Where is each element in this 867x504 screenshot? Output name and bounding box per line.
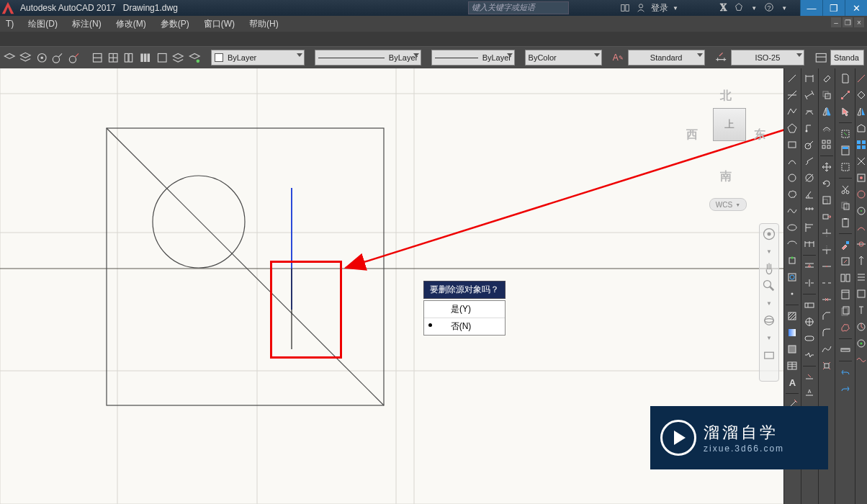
linetype-dropdown[interactable]: ByLayer (315, 50, 422, 66)
designcenter-icon[interactable] (838, 271, 853, 285)
mirror-tool-icon[interactable] (854, 104, 867, 119)
center-mark-icon[interactable] (802, 315, 817, 329)
lineweight-dropdown[interactable]: ByLayer (431, 50, 515, 66)
new-icon[interactable] (838, 71, 853, 86)
exchange-icon[interactable]: 𝕏 (720, 3, 727, 14)
sheetset-icon[interactable] (838, 304, 853, 318)
layer-dropdown[interactable]: ByLayer (211, 50, 305, 66)
tool-icon[interactable] (854, 187, 867, 202)
qselect-icon[interactable] (838, 127, 853, 141)
move-icon[interactable] (819, 160, 834, 174)
layer-tool-icon[interactable] (188, 50, 201, 65)
tool-icon[interactable] (854, 121, 867, 135)
inspect-icon[interactable] (802, 331, 817, 346)
tool-icon[interactable] (854, 204, 867, 218)
showmotion-icon[interactable] (762, 348, 776, 362)
dim-break-icon[interactable] (802, 276, 817, 290)
select-icon[interactable] (838, 104, 853, 119)
undo-icon[interactable] (838, 365, 853, 379)
menu-item[interactable]: 窗口(W) (204, 18, 235, 30)
make-block-icon[interactable] (785, 270, 799, 284)
layer-tool-icon[interactable] (171, 50, 184, 65)
erase-icon[interactable] (819, 71, 834, 86)
doc-restore-button[interactable]: ❐ (843, 17, 853, 27)
dim-tedit-icon[interactable]: A (802, 387, 817, 401)
dim-continue-icon[interactable] (802, 237, 817, 251)
textstyle-dropdown[interactable]: Standard (628, 50, 705, 66)
close-button[interactable]: ✕ (845, 0, 867, 16)
explode-icon[interactable] (819, 359, 834, 373)
line-icon[interactable] (785, 71, 799, 86)
markup-icon[interactable] (838, 320, 853, 335)
dim-baseline-icon[interactable] (802, 220, 817, 235)
dim-jog-line-icon[interactable] (802, 348, 817, 362)
textstyle-icon[interactable]: A✎ (611, 50, 624, 65)
region-icon[interactable] (785, 342, 799, 356)
pan-icon[interactable] (762, 261, 776, 276)
insert-block-icon[interactable] (785, 253, 799, 268)
point-icon[interactable] (785, 287, 799, 301)
menu-item[interactable]: 标注(N) (72, 18, 102, 30)
fillet-icon[interactable] (819, 325, 834, 340)
tool-icon[interactable] (854, 320, 867, 334)
dim-radius-icon[interactable] (802, 138, 817, 152)
ellipse-icon[interactable] (785, 220, 799, 235)
quickcalc-icon[interactable] (838, 143, 853, 158)
maximize-button[interactable]: ❐ (822, 0, 845, 16)
layer-tool-icon[interactable] (19, 50, 32, 65)
full-nav-wheel-icon[interactable] (762, 227, 776, 241)
rectangle-icon[interactable] (785, 138, 799, 152)
login-area[interactable]: 登录 ▼ (619, 0, 678, 16)
help-search-input[interactable]: 键入关键字或短语 (468, 1, 569, 14)
join-icon[interactable] (819, 292, 834, 307)
tool-icon[interactable] (854, 270, 867, 284)
tool-icon[interactable] (854, 353, 867, 367)
prompt-option-no[interactable]: 否(N) (424, 318, 505, 335)
tool-icon[interactable] (854, 287, 867, 301)
tolerance-icon[interactable] (802, 298, 817, 312)
measure-icon[interactable] (838, 343, 853, 357)
dim-jogged-icon[interactable] (802, 154, 817, 168)
orbit-icon[interactable] (762, 313, 776, 328)
dim-aligned-icon[interactable] (802, 88, 817, 102)
tool-icon[interactable] (854, 253, 867, 268)
zoom-icon[interactable] (762, 279, 776, 293)
menu-item[interactable]: 修改(M) (116, 18, 146, 30)
menu-item[interactable]: 绘图(D) (28, 18, 58, 30)
tool-icon[interactable] (854, 154, 867, 168)
layer-tool-icon[interactable] (91, 50, 104, 65)
a360-icon[interactable] (734, 2, 744, 14)
trim-icon[interactable] (819, 226, 834, 240)
tool-icon[interactable] (854, 237, 867, 251)
revcloud-icon[interactable] (785, 187, 799, 202)
dimstyle-dropdown[interactable]: ISO-25 (731, 50, 804, 66)
layer-tool-icon[interactable] (68, 50, 81, 65)
copy-clip-icon[interactable] (838, 199, 853, 213)
dim-edit-icon[interactable] (802, 370, 817, 384)
dim-diameter-icon[interactable] (802, 171, 817, 185)
layer-tool-icon[interactable] (35, 50, 48, 65)
tool-icon[interactable] (854, 138, 867, 152)
menu-item[interactable]: 帮助(H) (249, 18, 279, 30)
polyline-icon[interactable] (785, 104, 799, 119)
dim-angular-icon[interactable] (802, 187, 817, 202)
dim-ordinate-icon[interactable] (802, 121, 817, 135)
layer-tool-icon[interactable] (139, 50, 152, 65)
dim-linear-icon[interactable] (802, 71, 817, 86)
selectall-icon[interactable] (838, 160, 853, 174)
hatch-icon[interactable] (785, 309, 799, 323)
scale-icon[interactable] (819, 193, 834, 207)
break-icon[interactable] (819, 276, 834, 290)
mtext-icon[interactable]: A (785, 375, 799, 390)
tool-icon[interactable] (854, 336, 867, 351)
offset-icon[interactable] (819, 121, 834, 135)
tool-icon[interactable] (854, 171, 867, 185)
redo-icon[interactable] (838, 382, 853, 396)
stretch-icon[interactable] (819, 210, 834, 224)
doc-minimize-button[interactable]: – (831, 17, 841, 27)
polygon-icon[interactable] (785, 121, 799, 135)
tool-icon[interactable] (854, 88, 867, 102)
menu-item[interactable]: 参数(P) (161, 18, 189, 30)
circle-icon[interactable] (785, 171, 799, 185)
spline-icon[interactable] (785, 204, 799, 218)
